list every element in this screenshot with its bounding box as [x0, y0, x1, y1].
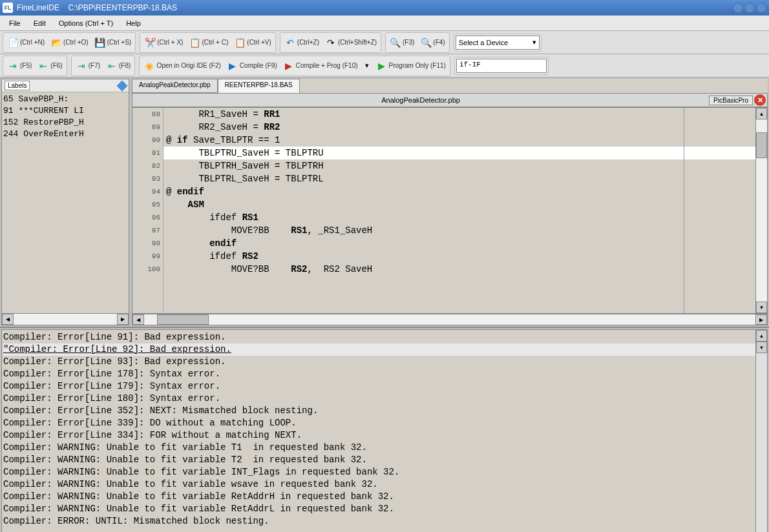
code-line[interactable]: ifdef RS1	[163, 211, 755, 224]
label-item[interactable]: 65 SavePBP_H:	[3, 94, 127, 105]
code-line[interactable]: TBLPTRL_SaveH = TBLPTRL	[163, 172, 755, 185]
copy-button[interactable]: 📋(Ctrl + C)	[186, 34, 231, 51]
search-next-icon: 🔍	[420, 37, 432, 48]
dropdown-arrow-icon[interactable]: ▾	[361, 61, 373, 70]
output-line[interactable]: Compiler: Error[Line 352]: NEXT: Mismatc…	[3, 405, 766, 417]
label-item[interactable]: 91 ***CURRENT LI	[3, 105, 127, 117]
close-button[interactable]	[756, 3, 766, 13]
if-template-box[interactable]: if-IF	[456, 59, 547, 73]
labels-list[interactable]: 65 SavePBP_H:91 ***CURRENT LI152 Restore…	[2, 92, 129, 313]
output-line[interactable]: Compiler: Error[Line 91]: Bad expression…	[3, 331, 766, 343]
find-button[interactable]: 🔍(F3)	[387, 34, 417, 51]
scroll-right-icon[interactable]: ▶	[755, 314, 767, 325]
scroll-left-icon[interactable]: ◀	[132, 314, 144, 325]
scroll-down-icon[interactable]: ▼	[756, 342, 767, 353]
code-line[interactable]: RR2_SaveH = RR2	[163, 121, 755, 134]
line-gutter: 888990919293949596979899100	[132, 108, 163, 313]
editor-vscroll[interactable]: ▲ ▼	[755, 108, 767, 313]
outdent-icon: ⇤	[37, 60, 49, 72]
redo-icon: ↷	[325, 37, 337, 48]
open-button[interactable]: 📂(Ctrl +O)	[48, 34, 91, 51]
labels-header[interactable]: Labels	[5, 81, 30, 90]
editor-hscroll[interactable]: ◀ ▶	[132, 314, 768, 325]
uncomment-icon: ⇤	[106, 60, 118, 72]
output-line[interactable]: Compiler: WARNING: Unable to fit variabl…	[3, 491, 766, 503]
compile-prog-button[interactable]: ▶Compile + Prog (F10)	[280, 57, 361, 74]
f6-button[interactable]: ⇤(F6)	[35, 57, 65, 74]
redo-button[interactable]: ↷(Ctrl+Shift+Z)	[322, 34, 379, 51]
output-line[interactable]: "Compiler: Error[Line 92]: Bad expressio…	[3, 343, 766, 356]
output-line[interactable]: Compiler: Error[Line 180]: Syntax error.	[3, 393, 766, 405]
output-line[interactable]: Compiler: WARNING: Unable to fit variabl…	[3, 442, 766, 454]
titlebar: FL FineLineIDE C:\PBP\REENTERPBP-18.BAS	[0, 0, 769, 15]
output-vscroll[interactable]: ▲ ▼	[755, 330, 767, 532]
code-line[interactable]: @ endif	[163, 185, 755, 198]
margin-guide	[684, 108, 684, 313]
findnext-button[interactable]: 🔍(F4)	[417, 34, 447, 51]
output-line[interactable]: Compiler: WARNING: Unable to fit variabl…	[3, 466, 766, 478]
label-item[interactable]: 244 OverReEnterH	[3, 128, 127, 140]
menu-file[interactable]: File	[4, 17, 26, 29]
minimize-button[interactable]	[733, 3, 743, 13]
comment-icon: ⇥	[76, 60, 87, 72]
diamond-icon[interactable]	[117, 80, 128, 91]
scroll-down-icon[interactable]: ▼	[756, 302, 767, 313]
program-only-button[interactable]: ▶Program Only (F11)	[374, 57, 448, 74]
code-line[interactable]: ASM	[163, 198, 755, 211]
code-line[interactable]: MOVE?BB RS2, RS2 SaveH	[163, 263, 755, 276]
f5-button[interactable]: ⇥(F5)	[5, 57, 34, 74]
device-select[interactable]: Select a Device▾	[456, 36, 540, 50]
undo-button[interactable]: ↶(Ctrl+Z)	[282, 34, 322, 51]
cut-icon: ✂️	[144, 37, 156, 48]
scroll-right-icon[interactable]: ▶	[117, 314, 129, 325]
file-title: AnalogPeakDetector.pbp	[132, 96, 709, 104]
scroll-up-icon[interactable]: ▲	[756, 108, 767, 119]
output-line[interactable]: Compiler: WARNING: Unable to fit variabl…	[3, 503, 766, 515]
labels-hscroll[interactable]: ◀ ▶	[2, 313, 129, 325]
output-line[interactable]: Compiler: WARNING: Unable to fit variabl…	[3, 454, 766, 466]
tab-analog[interactable]: AnalogPeakDetector.pbp	[132, 79, 218, 93]
code-line[interactable]: endif	[163, 237, 755, 250]
output-line[interactable]: Compiler: WARNING: Unable to fit variabl…	[3, 478, 766, 491]
output-line[interactable]: Compiler: Error[Line 178]: Syntax error.	[3, 368, 766, 380]
tab-reenter[interactable]: REENTERPBP-18.BAS	[218, 79, 300, 93]
cut-button[interactable]: ✂️(Ctrl + X)	[142, 34, 185, 51]
paste-button[interactable]: 📋(Ctrl +V)	[231, 34, 274, 51]
copy-icon: 📋	[189, 37, 200, 48]
code-line[interactable]: TBLPTRU_SaveH = TBLPTRU	[163, 147, 755, 159]
f7-button[interactable]: ⇥(F7)	[73, 57, 103, 74]
scroll-left-icon[interactable]: ◀	[2, 314, 14, 325]
editor-tabs: AnalogPeakDetector.pbp REENTERPBP-18.BAS	[132, 79, 768, 93]
hscroll-thumb[interactable]	[157, 314, 209, 325]
code-editor[interactable]: RR1_SaveH = RR1 RR2_SaveH = RR2@ if Save…	[163, 108, 755, 313]
play-red-icon: ▶	[283, 60, 295, 72]
output-line[interactable]: Compiler: Error[Line 334]: FOR without a…	[3, 429, 766, 442]
maximize-button[interactable]	[744, 3, 755, 13]
output-line[interactable]: Compiler: Error[Line 93]: Bad expression…	[3, 356, 766, 368]
f8-button[interactable]: ⇤(F8)	[103, 57, 133, 74]
vscroll-thumb[interactable]	[756, 132, 767, 158]
indent-icon: ⇥	[7, 60, 19, 72]
code-line[interactable]: ifdef RS2	[163, 250, 755, 263]
scroll-up-icon[interactable]: ▲	[756, 330, 767, 342]
compile-button[interactable]: ▶Compile (F9)	[224, 57, 280, 74]
menu-edit[interactable]: Edit	[28, 17, 51, 29]
menu-options[interactable]: Options (Ctrl + T)	[54, 17, 118, 29]
open-origi-button[interactable]: ◉Open in Origi IDE (F2)	[141, 57, 223, 74]
undo-icon: ↶	[284, 37, 296, 48]
save-button[interactable]: 💾(Ctrl +S)	[92, 34, 134, 51]
menu-help[interactable]: Help	[121, 17, 146, 29]
code-line[interactable]: RR1_SaveH = RR1	[163, 108, 755, 121]
output-line[interactable]: Compiler: Error[Line 179]: Syntax error.	[3, 380, 766, 393]
output-line[interactable]: Compiler: Error[Line 339]: DO without a …	[3, 417, 766, 429]
close-tab-button[interactable]: ✕	[754, 94, 766, 106]
play-green-icon: ▶	[376, 60, 388, 72]
code-line[interactable]: @ if Save_TBLPTR == 1	[163, 134, 755, 147]
new-button[interactable]: 📄(Ctrl +N)	[5, 34, 47, 51]
code-line[interactable]: MOVE?BB RS1, _RS1_SaveH	[163, 224, 755, 237]
code-line[interactable]: TBLPTRH_SaveH = TBLPTRH	[163, 159, 755, 172]
label-item[interactable]: 152 RestorePBP_H	[3, 117, 127, 128]
compiler-output[interactable]: Compiler: Error[Line 91]: Bad expression…	[1, 329, 768, 532]
output-line[interactable]: Compiler: ERROR: UNTIL: Mismatched block…	[3, 515, 766, 527]
language-badge: PicBasicPro	[709, 96, 753, 105]
